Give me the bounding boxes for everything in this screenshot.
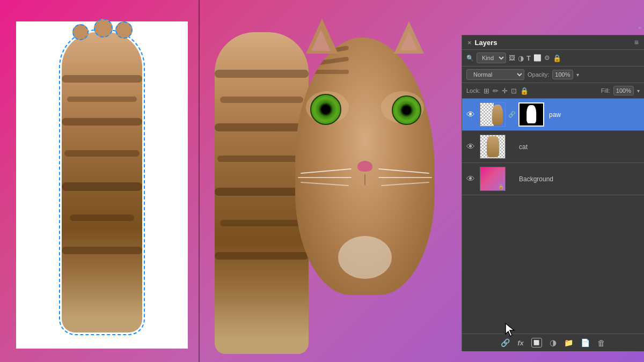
padlock-icon[interactable]: 🔒 [520,87,529,95]
blend-mode-dropdown[interactable]: Normal [466,69,524,80]
layer-name-cat: cat [519,143,640,151]
group-layers-button[interactable]: 📁 [564,338,573,347]
kind-row: 🔍 Kind 🖼 ◑ T ⬜ ⚙ 🔒 [462,50,644,67]
layers-panel: × Layers ≡ 🔍 Kind 🖼 ◑ T ⬜ ⚙ 🔒 Normal Opa… [462,35,644,351]
link-button[interactable]: 🔗 [501,338,510,347]
new-layer-button[interactable]: 📄 [581,338,590,347]
panel-menu-icon[interactable]: ≡ [634,38,639,47]
layer-name-paw: paw [549,111,640,119]
canvas-left[interactable] [16,21,188,349]
shape-kind-icon[interactable]: ⬜ [533,54,541,62]
opacity-label: Opacity: [528,71,549,78]
move-lock-icon[interactable]: ✛ [502,87,508,95]
lock-row: Lock: ⊞ ✏ ✛ ⊡ 🔒 Fill: 100% ▾ [462,83,644,99]
layers-list: 👁 🔗 paw 👁 cat [462,99,644,334]
panel-toolbar: 🔗 fx ⬜ ◑ 📁 📄 🗑 [462,334,644,351]
artboard-lock-icon[interactable]: ⊡ [511,87,517,95]
layer-thumb-cat [480,135,506,159]
layer-name-background: Background [519,175,640,183]
fill-chevron[interactable]: ▾ [637,88,640,94]
adjustment-kind-icon[interactable]: ◑ [518,54,524,62]
adjustment-layer-button[interactable]: ◑ [550,338,557,348]
fill-value[interactable]: 100% [613,86,634,95]
opacity-chevron[interactable]: ▾ [576,72,579,78]
layer-item-cat[interactable]: 👁 cat [462,131,644,163]
lock-label: Lock: [466,87,480,94]
layer-visibility-cat[interactable]: 👁 [466,142,477,152]
kind-dropdown[interactable]: Kind [477,53,506,63]
layer-mask-paw [518,102,544,127]
panel-header: × Layers ≡ [462,35,644,50]
layer-link-paw: 🔗 [508,111,516,118]
layer-thumb-paw [480,102,506,127]
search-icon: 🔍 [466,55,474,62]
opacity-value[interactable]: 100% [552,70,573,79]
paw-isolated [62,32,142,333]
fill-label: Fill: [601,87,610,94]
layer-item-background[interactable]: 👁 🔒 Background [462,163,644,195]
checkerboard-lock-icon[interactable]: ⊞ [484,87,489,95]
pixel-kind-icon[interactable]: 🔒 [553,54,561,62]
layer-item-paw[interactable]: 👁 🔗 paw [462,99,644,131]
layer-visibility-paw[interactable]: 👁 [466,110,477,120]
canvas-divider [199,0,200,362]
delete-layer-button[interactable]: 🗑 [597,338,605,348]
canvas-right[interactable] [199,0,440,362]
close-icon[interactable]: × [467,39,472,47]
smart-kind-icon[interactable]: ⚙ [544,54,550,62]
layer-visibility-background[interactable]: 👁 [466,174,477,184]
type-kind-icon[interactable]: T [526,54,531,62]
add-mask-button[interactable]: ⬜ [531,338,542,348]
fx-button[interactable]: fx [517,339,524,347]
brush-lock-icon[interactable]: ✏ [493,87,499,95]
cat-face [284,16,440,295]
layer-thumb-background: 🔒 [480,167,506,191]
blend-row: Normal Opacity: 100% ▾ [462,67,644,83]
image-kind-icon[interactable]: 🖼 [509,54,515,62]
panel-title: Layers [475,39,634,47]
